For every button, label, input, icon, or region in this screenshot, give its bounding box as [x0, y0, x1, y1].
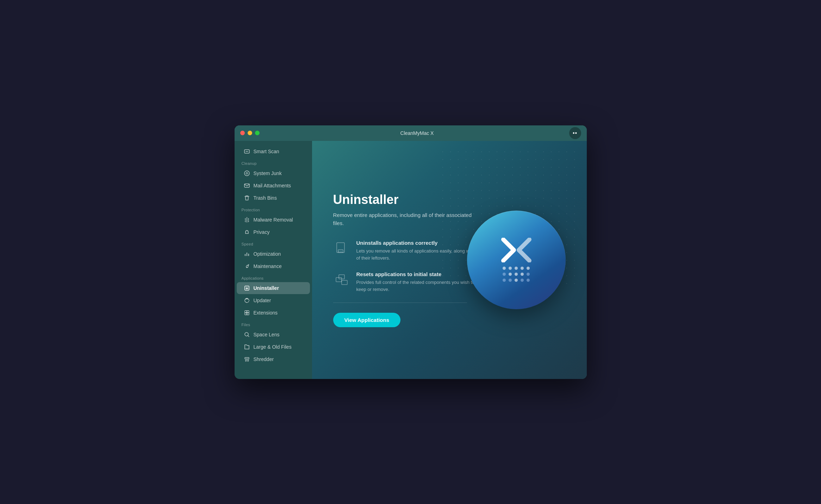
- svg-rect-3: [244, 184, 249, 187]
- extensions-icon: [244, 310, 250, 316]
- space-lens-icon: [244, 331, 250, 338]
- more-options-button[interactable]: ••: [569, 127, 581, 139]
- app-window: CleanMyMac X •• Smart Scan Cleanup: [235, 125, 587, 379]
- traffic-lights: [240, 131, 260, 135]
- feature-2-icon: [333, 271, 350, 288]
- malware-icon: [244, 217, 250, 223]
- feature-item-2: Resets applications to initial state Pro…: [333, 271, 481, 293]
- feature-1-heading: Uninstalls applications correctly: [356, 240, 481, 246]
- app-logo: [467, 211, 566, 309]
- sidebar-item-large-old-files[interactable]: Large & Old Files: [237, 341, 310, 353]
- svg-line-14: [248, 336, 249, 337]
- close-button[interactable]: [240, 131, 245, 135]
- svg-point-2: [244, 171, 249, 176]
- sidebar-item-malware-removal[interactable]: Malware Removal: [237, 214, 310, 226]
- dot: [509, 273, 512, 276]
- large-files-icon: [244, 344, 250, 350]
- sidebar-item-label: Smart Scan: [254, 149, 279, 154]
- sidebar-item-label: Optimization: [254, 251, 281, 257]
- dot: [521, 279, 524, 282]
- sidebar: Smart Scan Cleanup System Junk: [235, 141, 312, 379]
- feature-1-icon: [333, 240, 350, 257]
- svg-rect-15: [245, 357, 249, 359]
- sidebar-item-label: System Junk: [254, 170, 282, 176]
- dot: [515, 273, 518, 276]
- feature-description: Uninstaller Remove entire applications, …: [333, 192, 481, 327]
- sidebar-item-shredder[interactable]: Shredder: [237, 353, 310, 365]
- content-area: Smart Scan Cleanup System Junk: [235, 141, 587, 379]
- page-subtitle: Remove entire applications, including al…: [333, 211, 481, 227]
- svg-line-17: [246, 360, 247, 361]
- updater-icon: [244, 297, 250, 304]
- maintenance-icon: [244, 263, 250, 269]
- sidebar-item-label: Malware Removal: [254, 217, 293, 223]
- sidebar-section-cleanup: Cleanup: [235, 158, 312, 167]
- optimization-icon: [244, 251, 250, 257]
- sidebar-section-speed: Speed: [235, 238, 312, 248]
- dot: [503, 279, 506, 282]
- dot: [503, 273, 506, 276]
- dot: [527, 279, 530, 282]
- feature-item-1: Uninstalls applications correctly Lets y…: [333, 240, 481, 261]
- page-title: Uninstaller: [333, 192, 481, 207]
- svg-point-7: [247, 267, 247, 268]
- feature-2-description: Provides full control of the related com…: [356, 279, 481, 293]
- sidebar-item-smart-scan[interactable]: Smart Scan: [237, 145, 310, 157]
- dot: [527, 267, 530, 270]
- feature-2-text: Resets applications to initial state Pro…: [356, 271, 481, 293]
- logo-dots: [503, 267, 530, 282]
- dot: [521, 273, 524, 276]
- dot: [515, 267, 518, 270]
- svg-rect-12: [247, 313, 249, 315]
- logo-x-mark: [500, 238, 532, 262]
- sidebar-item-space-lens[interactable]: Space Lens: [237, 329, 310, 341]
- shredder-icon: [244, 356, 250, 362]
- svg-rect-11: [245, 313, 247, 315]
- sidebar-item-label: Maintenance: [254, 263, 282, 269]
- titlebar: CleanMyMac X ••: [235, 125, 587, 141]
- maximize-button[interactable]: [255, 131, 260, 135]
- dot: [503, 267, 506, 270]
- mail-icon: [244, 182, 250, 189]
- minimize-button[interactable]: [248, 131, 252, 135]
- sidebar-item-mail-attachments[interactable]: Mail Attachments: [237, 180, 310, 192]
- sidebar-item-trash-bins[interactable]: Trash Bins: [237, 192, 310, 204]
- sidebar-item-label: Space Lens: [254, 332, 280, 337]
- feature-1-description: Lets you remove all kinds of application…: [356, 248, 481, 261]
- sidebar-section-protection: Protection: [235, 204, 312, 213]
- feature-1-text: Uninstalls applications correctly Lets y…: [356, 240, 481, 261]
- uninstaller-icon: [244, 285, 250, 291]
- section-divider: [333, 303, 467, 303]
- app-title: CleanMyMac X: [265, 130, 569, 136]
- main-content: Uninstaller Remove entire applications, …: [312, 141, 587, 379]
- feature-2-heading: Resets applications to initial state: [356, 271, 481, 277]
- trash-icon: [244, 195, 250, 201]
- svg-rect-10: [247, 311, 249, 313]
- sidebar-item-optimization[interactable]: Optimization: [237, 248, 310, 260]
- dot: [521, 267, 524, 270]
- view-applications-button[interactable]: View Applications: [333, 313, 401, 327]
- sidebar-item-privacy[interactable]: Privacy: [237, 226, 310, 238]
- logo-inner: [500, 238, 532, 282]
- app-logo-area: [467, 211, 566, 309]
- svg-rect-27: [342, 280, 347, 285]
- sidebar-item-label: Privacy: [254, 229, 270, 235]
- sidebar-section-files: Files: [235, 319, 312, 328]
- sidebar-item-label: Large & Old Files: [254, 344, 292, 350]
- sidebar-item-label: Shredder: [254, 356, 274, 362]
- sidebar-item-extensions[interactable]: Extensions: [237, 307, 310, 319]
- sidebar-item-label: Updater: [254, 298, 271, 303]
- svg-line-19: [248, 360, 249, 361]
- sidebar-item-updater[interactable]: Updater: [237, 294, 310, 306]
- sidebar-item-label: Mail Attachments: [254, 183, 291, 188]
- dot: [509, 267, 512, 270]
- dot: [527, 273, 530, 276]
- privacy-icon: [244, 229, 250, 235]
- sidebar-item-system-junk[interactable]: System Junk: [237, 167, 310, 179]
- system-junk-icon: [244, 170, 250, 176]
- sidebar-item-maintenance[interactable]: Maintenance: [237, 260, 310, 272]
- dot: [509, 279, 512, 282]
- sidebar-item-label: Uninstaller: [254, 285, 279, 291]
- svg-rect-9: [245, 311, 247, 313]
- sidebar-item-uninstaller[interactable]: Uninstaller: [237, 282, 310, 294]
